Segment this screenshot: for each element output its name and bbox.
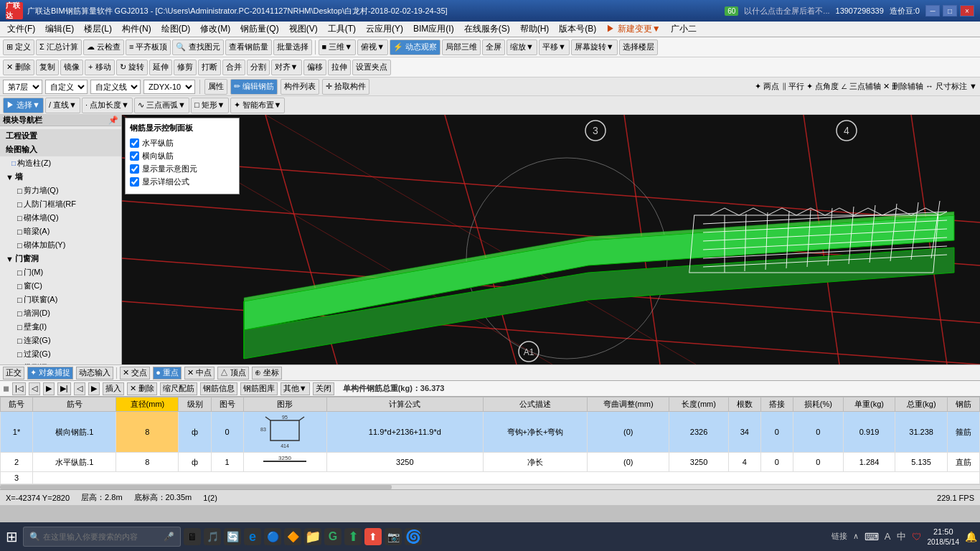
- floor-select[interactable]: 第7层: [3, 80, 42, 94]
- nav-coords-button[interactable]: ⊕ 坐标: [252, 367, 282, 380]
- table-insert-button[interactable]: 插入: [103, 382, 124, 395]
- taskbar-app-refresh[interactable]: 🔄: [224, 528, 241, 545]
- trim-button[interactable]: 修剪: [174, 60, 197, 75]
- nav-center-button[interactable]: ✕ 中点: [184, 367, 215, 380]
- table-down-button[interactable]: ▶: [88, 382, 100, 395]
- menu-tools[interactable]: 工具(T): [324, 22, 360, 37]
- sidebar-item-drawing-input[interactable]: 绘图输入: [0, 143, 121, 156]
- sidebar-item-door[interactable]: □ 门(M): [0, 265, 121, 279]
- sum-calc-button[interactable]: Σ 汇总计算: [36, 39, 82, 55]
- menu-modify[interactable]: 修改(M): [196, 22, 235, 37]
- canvas-area[interactable]: 钢筋显示控制面板 水平纵筋 横向纵筋 显示量示意图元 显示详细公式: [122, 115, 980, 364]
- nav-ortho-button[interactable]: 正交: [3, 367, 24, 380]
- taskbar-search[interactable]: 🔍 🎤: [23, 527, 181, 547]
- table-close-button[interactable]: 关闭: [313, 382, 334, 395]
- select-floor-button[interactable]: 选择楼层: [619, 39, 658, 55]
- sidebar-group-door-window[interactable]: ▼ 门窗洞: [0, 252, 121, 265]
- menu-online[interactable]: 在线服务(S): [460, 22, 514, 37]
- taskbar-search-input[interactable]: [43, 532, 161, 541]
- tray-up-arrow[interactable]: ∧: [853, 532, 859, 541]
- floor-type-select[interactable]: 自定义: [45, 80, 88, 94]
- table-delete-button[interactable]: ✕ 删除: [127, 382, 157, 395]
- taskbar-app-red[interactable]: 🔶: [284, 528, 301, 545]
- taskbar-app-cortana[interactable]: 🖥: [184, 528, 201, 545]
- mirror-button[interactable]: 镜像: [60, 60, 83, 75]
- menu-cloud[interactable]: 云应用(Y): [362, 22, 407, 37]
- sidebar-item-wall-hole[interactable]: □ 墙洞(D): [0, 306, 121, 320]
- table-scale-rebar-button[interactable]: 缩尺配筋: [160, 382, 197, 395]
- screen-rotate-button[interactable]: 屏幕旋转▼: [571, 39, 618, 55]
- define-button[interactable]: ⊞ 定义: [3, 39, 34, 55]
- align-slab-button[interactable]: ≡ 平齐板顶: [126, 39, 171, 55]
- 3d-button[interactable]: ■ 三维▼: [319, 39, 357, 55]
- delete-button[interactable]: ✕ 删除: [3, 60, 34, 75]
- sidebar-item-construct-col[interactable]: □ 构造柱(Z): [0, 156, 121, 170]
- start-button[interactable]: ⊞: [3, 528, 20, 545]
- sidebar-item-strip-hole[interactable]: □ 带形洞: [0, 361, 121, 364]
- maximize-button[interactable]: □: [943, 5, 957, 17]
- table-other-button[interactable]: 其他▼: [281, 382, 310, 395]
- table-scrollbar[interactable]: [0, 484, 980, 489]
- code-select[interactable]: ZDYX-10: [143, 80, 195, 94]
- menu-component[interactable]: 构件(N): [118, 22, 156, 37]
- taskbar-app-ie[interactable]: e: [244, 528, 261, 545]
- align-button[interactable]: 对齐▼: [271, 60, 302, 75]
- arc-tool-button[interactable]: ∿ 三点画弧▼: [134, 98, 189, 113]
- transverse-rebar-checkbox[interactable]: [130, 151, 139, 161]
- panel-item-horizontal[interactable]: 水平纵筋: [130, 138, 235, 149]
- taskbar-app-blue[interactable]: 🌀: [405, 528, 422, 545]
- sidebar-item-shear-wall[interactable]: □ 剪力墙(Q): [0, 184, 121, 197]
- panel-item-transverse[interactable]: 横向纵筋: [130, 151, 235, 161]
- table-steel-info-button[interactable]: 钢筋信息: [200, 382, 237, 395]
- tray-antivirus[interactable]: 🛡: [912, 531, 922, 542]
- break-button[interactable]: 打断: [198, 60, 221, 75]
- tray-lang-cn[interactable]: 中: [897, 530, 906, 543]
- sidebar-item-niche[interactable]: □ 壁龛(I): [0, 320, 121, 334]
- dynamic-view-button[interactable]: ⚡ 动态观察: [390, 39, 440, 55]
- nav-intersection-button[interactable]: ✕ 交点: [120, 367, 150, 380]
- merge-button[interactable]: 合并: [222, 60, 245, 75]
- show-formula-checkbox[interactable]: [130, 177, 139, 187]
- table-prev-button[interactable]: ◁: [29, 382, 40, 395]
- table-up-button[interactable]: ◁: [74, 382, 85, 395]
- sidebar-item-lintel[interactable]: □ 过梁(G): [0, 347, 121, 361]
- sidebar-group-wall[interactable]: ▼ 墙: [0, 170, 121, 184]
- pick-component-button[interactable]: ✛ 拾取构件: [322, 79, 369, 95]
- menu-version[interactable]: 版本号(B): [555, 22, 600, 37]
- line-type-select[interactable]: 自定义线: [90, 80, 141, 94]
- menu-file[interactable]: 文件(F): [3, 22, 39, 37]
- minimize-button[interactable]: ─: [925, 5, 940, 17]
- sidebar-item-door-window[interactable]: □ 门联窗(A): [0, 293, 121, 306]
- cell-diameter[interactable]: 8: [116, 412, 179, 453]
- table-last-button[interactable]: ▶|: [57, 382, 71, 395]
- fullscreen-button[interactable]: 全屏: [482, 39, 505, 55]
- tray-keyboard[interactable]: ⌨: [864, 531, 879, 542]
- menu-steel-qty[interactable]: 钢筋量(Q): [236, 22, 283, 37]
- rect-tool-button[interactable]: □ 矩形▼: [191, 98, 229, 113]
- table-steel-library-button[interactable]: 钢筋图库: [240, 382, 278, 395]
- view-steel-button[interactable]: 查看钢筋量: [225, 39, 272, 55]
- panel-item-show-formula[interactable]: 显示详细公式: [130, 176, 235, 187]
- taskbar-app-g[interactable]: G: [324, 528, 341, 545]
- zoom-button[interactable]: 缩放▼: [507, 39, 537, 55]
- find-element-button[interactable]: 🔍 查找图元: [172, 39, 223, 55]
- sidebar-item-coupling-beam[interactable]: □ 连梁(G): [0, 334, 121, 347]
- batch-select-button[interactable]: 批量选择: [273, 39, 312, 55]
- point-length-button[interactable]: · 点加长度▼: [82, 98, 133, 113]
- menu-floor[interactable]: 楼层(L): [80, 22, 116, 37]
- taskbar-app-cam[interactable]: 📷: [385, 528, 402, 545]
- rotate-button[interactable]: ↻ 旋转: [116, 60, 148, 75]
- copy-button[interactable]: 复制: [36, 60, 59, 75]
- menu-new-change[interactable]: ▶ 新建变更▼: [602, 22, 664, 37]
- menu-assistant[interactable]: 广小二: [666, 22, 701, 37]
- table-row[interactable]: 3: [1, 472, 980, 484]
- sidebar-item-civil-defense-wall[interactable]: □ 人防门框墙(RF: [0, 197, 121, 211]
- grip-button[interactable]: 设置夹点: [352, 60, 391, 75]
- menu-help[interactable]: 帮助(H): [516, 22, 554, 37]
- line-tool-button[interactable]: / 直线▼: [45, 98, 80, 113]
- table-next-button[interactable]: ▶: [43, 382, 55, 395]
- top-view-button[interactable]: 俯视▼: [357, 39, 388, 55]
- sidebar-item-masonry-wall[interactable]: □ 砌体墙(Q): [0, 211, 121, 225]
- cloud-check-button[interactable]: ☁ 云检查: [83, 39, 124, 55]
- move-button[interactable]: + 移动: [85, 60, 114, 75]
